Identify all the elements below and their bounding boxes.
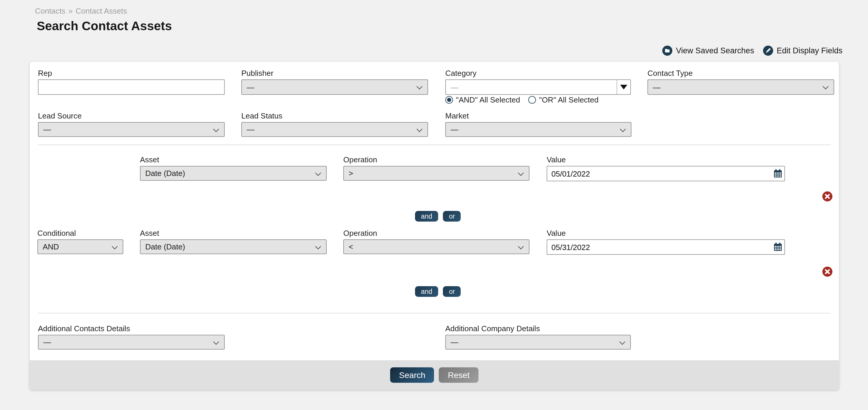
calendar-icon[interactable]: [774, 169, 782, 180]
additional-company-group: Additional Company Details —: [445, 324, 631, 349]
lead-source-select[interactable]: —: [38, 122, 225, 137]
and-all-selected-option[interactable]: "AND" All Selected: [445, 95, 520, 104]
publisher-field-group: Publisher —: [241, 69, 428, 95]
market-value: —: [451, 125, 458, 134]
criteria2-value-input[interactable]: [547, 239, 785, 255]
chevron-down-icon: [619, 339, 625, 345]
lead-source-value: —: [43, 125, 51, 134]
criteria1-asset-value: Date (Date): [145, 169, 185, 178]
or-all-selected-option[interactable]: "OR" All Selected: [528, 95, 598, 104]
additional-contacts-label: Additional Contacts Details: [38, 324, 225, 333]
and-all-selected-label: "AND" All Selected: [456, 95, 520, 104]
category-field-group: Category —: [445, 69, 631, 95]
edit-display-fields-button[interactable]: Edit Display Fields: [763, 46, 842, 56]
criteria1-operation-value: >: [349, 169, 353, 178]
criteria1-asset-select[interactable]: Date (Date): [140, 166, 327, 181]
additional-company-select[interactable]: —: [445, 335, 631, 349]
value-label: Value: [547, 229, 785, 238]
and-connector-button[interactable]: and: [415, 211, 438, 221]
additional-contacts-group: Additional Contacts Details —: [38, 324, 225, 349]
breadcrumb: Contacts»Contact Assets: [35, 6, 127, 15]
lead-status-field-group: Lead Status —: [241, 111, 428, 137]
section-divider: [38, 144, 831, 145]
and-connector-button[interactable]: and: [415, 286, 438, 297]
rep-field-group: Rep: [38, 69, 225, 95]
chevron-down-icon: [416, 83, 423, 90]
or-connector-button[interactable]: or: [443, 286, 461, 297]
lead-source-field-group: Lead Source —: [38, 111, 225, 137]
section-divider: [38, 313, 831, 313]
criteria2-remove-button[interactable]: [823, 267, 832, 277]
market-select[interactable]: —: [445, 122, 631, 137]
caret-down-icon: [620, 85, 627, 90]
criteria2-conditional-select[interactable]: AND: [37, 239, 123, 254]
contact-type-field-group: Contact Type —: [647, 69, 834, 95]
lead-status-value: —: [247, 125, 254, 134]
criteria2-operation-select[interactable]: <: [343, 239, 529, 254]
chevron-down-icon: [315, 170, 321, 176]
reset-button[interactable]: Reset: [439, 367, 478, 383]
criteria1-operation-select[interactable]: >: [343, 166, 529, 181]
category-dropdown-button[interactable]: [617, 80, 630, 94]
header-actions: View Saved Searches Edit Display Fields: [662, 46, 842, 56]
connector-row-1: and or: [415, 211, 461, 221]
connector-row-2: and or: [415, 286, 461, 297]
asset-label: Asset: [140, 155, 327, 164]
breadcrumb-contacts[interactable]: Contacts: [35, 6, 65, 15]
page-title: Search Contact Assets: [37, 19, 172, 33]
contact-type-value: —: [653, 83, 660, 92]
breadcrumb-contact-assets: Contact Assets: [75, 6, 127, 15]
or-connector-button[interactable]: or: [443, 211, 461, 221]
pencil-icon: [763, 46, 773, 56]
chevron-down-icon: [213, 339, 219, 345]
criteria2-operation-value: <: [349, 242, 353, 251]
rep-label: Rep: [38, 69, 225, 78]
criteria2-asset-group: Asset Date (Date): [140, 229, 327, 254]
lead-source-label: Lead Source: [38, 111, 225, 120]
view-saved-searches-button[interactable]: View Saved Searches: [662, 46, 754, 56]
radio-selected-icon[interactable]: [445, 96, 453, 104]
additional-contacts-value: —: [43, 338, 51, 347]
criteria1-operation-group: Operation >: [343, 155, 529, 181]
operation-label: Operation: [343, 155, 529, 164]
or-all-selected-label: "OR" All Selected: [539, 95, 598, 104]
chevron-down-icon: [315, 243, 321, 249]
criteria2-value-group: Value: [547, 229, 785, 255]
chevron-down-icon: [112, 243, 118, 249]
chevron-down-icon: [518, 170, 524, 176]
edit-display-fields-label: Edit Display Fields: [777, 46, 842, 55]
operation-label: Operation: [343, 229, 529, 238]
category-combobox[interactable]: —: [445, 79, 631, 95]
criteria2-operation-group: Operation <: [343, 229, 529, 254]
breadcrumb-separator: »: [68, 6, 73, 15]
additional-contacts-select[interactable]: —: [38, 335, 225, 349]
search-button[interactable]: Search: [390, 367, 434, 383]
market-field-group: Market —: [445, 111, 631, 137]
publisher-select[interactable]: —: [241, 79, 428, 95]
additional-company-label: Additional Company Details: [445, 324, 631, 333]
additional-company-value: —: [451, 338, 458, 347]
criteria2-asset-select[interactable]: Date (Date): [140, 239, 327, 254]
contact-type-label: Contact Type: [647, 69, 834, 78]
chevron-down-icon: [620, 126, 626, 132]
radio-unselected-icon[interactable]: [528, 96, 536, 104]
chevron-down-icon: [518, 243, 524, 249]
search-contact-assets-page: Contacts»Contact Assets Search Contact A…: [0, 0, 868, 410]
category-match-radio-group: "AND" All Selected "OR" All Selected: [445, 95, 598, 104]
criteria2-conditional-group: Conditional AND: [37, 229, 123, 254]
criteria1-remove-button[interactable]: [823, 192, 832, 201]
asset-label: Asset: [140, 229, 327, 238]
category-value: —: [446, 83, 617, 92]
publisher-label: Publisher: [241, 69, 428, 78]
view-saved-searches-label: View Saved Searches: [676, 46, 754, 55]
rep-input[interactable]: [38, 79, 225, 95]
contact-type-select[interactable]: —: [647, 79, 834, 95]
lead-status-select[interactable]: —: [241, 122, 428, 137]
category-label: Category: [445, 69, 631, 78]
market-label: Market: [445, 111, 631, 120]
conditional-label: Conditional: [37, 229, 123, 238]
search-form-card: Rep Publisher — Category — Contact Type …: [30, 62, 839, 390]
criteria1-asset-group: Asset Date (Date): [140, 155, 327, 181]
calendar-icon[interactable]: [774, 242, 782, 253]
criteria1-value-input[interactable]: [547, 166, 785, 181]
